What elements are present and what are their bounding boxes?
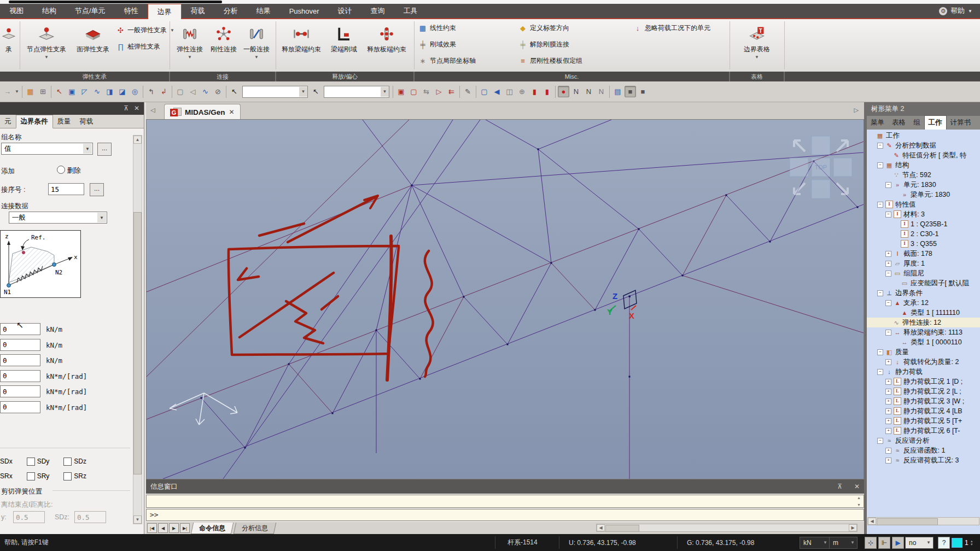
message-hscrollbar[interactable]: ◀ ▶: [596, 524, 858, 532]
panel-tab-荷载[interactable]: 荷载: [75, 115, 98, 128]
checkbox-SDx[interactable]: SDx: [0, 456, 13, 466]
tree-item[interactable]: ▦工作: [867, 131, 980, 140]
redo-icon[interactable]: →: [2, 86, 13, 97]
status-tool-2[interactable]: ▶: [892, 537, 904, 549]
redraw-icon[interactable]: ✎: [462, 86, 474, 97]
collapse-icon[interactable]: −: [885, 212, 891, 218]
perspective-icon[interactable]: ⊕: [516, 86, 528, 97]
tree-item[interactable]: I1 : Q235B-1: [867, 219, 980, 229]
menu-item-结构[interactable]: 结构: [33, 4, 66, 18]
deselect-window-icon[interactable]: ▢: [174, 86, 186, 97]
panel-scrollbar[interactable]: ▲ ▼: [133, 135, 142, 524]
tree-item[interactable]: ✎特征值分析 [ 类型, 特: [867, 150, 980, 160]
tab-close-icon[interactable]: ✕: [229, 108, 235, 116]
command-input-area[interactable]: >>: [146, 509, 864, 521]
tree-item[interactable]: −▭组阻尼: [867, 268, 980, 278]
close-icon[interactable]: ✕: [848, 483, 860, 490]
sdz-ratio-input[interactable]: 0.5: [74, 511, 106, 523]
message-nav-2[interactable]: ▶: [169, 523, 179, 533]
collapse-icon[interactable]: −: [877, 369, 883, 375]
node-number-icon[interactable]: N: [570, 86, 582, 97]
tree-item[interactable]: −✎分析控制数据: [867, 140, 980, 150]
scroll-thumb[interactable]: [605, 525, 639, 532]
checkbox-SDz[interactable]: SDz: [63, 456, 86, 466]
collapse-icon[interactable]: −: [885, 182, 891, 188]
tree-hscrollbar[interactable]: ◀: [867, 517, 979, 525]
panel-tab-边界条件[interactable]: 边界条件: [16, 115, 53, 128]
tree-item[interactable]: ▲类型 1 [ 1111110: [867, 308, 980, 318]
tree-item[interactable]: +I截面: 178: [867, 249, 980, 259]
works-tree-icon[interactable]: ⊞: [37, 86, 49, 97]
tree-tab-表格[interactable]: 表格: [888, 116, 909, 130]
tree-item[interactable]: −I材料: 3: [867, 209, 980, 219]
collapse-icon[interactable]: −: [885, 271, 891, 277]
tree-item[interactable]: −»单元: 1830: [867, 180, 980, 190]
stiffness-input-3[interactable]: 0: [0, 354, 40, 366]
expand-icon[interactable]: +: [885, 359, 891, 365]
deactivate-icon[interactable]: ▢: [408, 86, 419, 97]
tree-item[interactable]: I3 : Q355: [867, 239, 980, 249]
checkbox-SRy[interactable]: SRy: [27, 471, 50, 481]
group-name-combo[interactable]: 值 ▼: [1, 143, 93, 155]
tree-item[interactable]: +L静力荷载工况 3 [W ;: [867, 396, 980, 406]
chevron-down-icon[interactable]: ▼: [15, 89, 19, 94]
message-scrollbar[interactable]: ▲▼: [855, 496, 862, 507]
node-select-combo[interactable]: ▼: [242, 86, 308, 98]
tree-item[interactable]: −≈反应谱分析: [867, 436, 980, 446]
tree-item[interactable]: »梁单元: 1830: [867, 190, 980, 200]
message-tab-命令信息[interactable]: 命令信息: [191, 523, 234, 534]
length-unit-combo[interactable]: m▼: [829, 534, 858, 551]
ribbon-button-释放梁端约束[interactable]: 释放梁端约束: [278, 21, 325, 69]
entity-table-icon[interactable]: ▦: [25, 86, 36, 97]
activate-icon[interactable]: ▣: [395, 86, 407, 97]
scroll-thumb[interactable]: [877, 518, 938, 525]
tree-item[interactable]: ∿弹性连接: 12: [867, 318, 980, 327]
tab-scroll-right-icon[interactable]: ▷: [854, 107, 859, 114]
menu-item-工具[interactable]: 工具: [394, 4, 427, 18]
expand-icon[interactable]: +: [885, 251, 891, 257]
expand-icon[interactable]: +: [885, 428, 891, 434]
no-option-combo[interactable]: no▼: [905, 534, 934, 551]
undo-select-icon[interactable]: ↰: [145, 86, 157, 97]
tree-item[interactable]: I2 : C30-1: [867, 229, 980, 239]
collapse-icon[interactable]: −: [877, 438, 883, 444]
activate-all-icon[interactable]: ▷: [433, 86, 445, 97]
message-nav-3[interactable]: ▶|: [180, 523, 190, 533]
ribbon-cut-button[interactable]: 承: [0, 21, 18, 69]
stiffness-input-5[interactable]: 0: [0, 385, 40, 397]
tree-item[interactable]: −▦结构: [867, 160, 980, 170]
close-icon[interactable]: ✕: [134, 104, 139, 112]
scroll-right-icon[interactable]: ▶: [849, 524, 857, 531]
tree-tab-菜单[interactable]: 菜单: [867, 116, 888, 130]
tree-tab-工作[interactable]: 工作: [924, 115, 947, 130]
scroll-left-icon[interactable]: ◀: [868, 518, 876, 525]
tree-item[interactable]: ▭应变能因子[ 默认阻: [867, 278, 980, 288]
select-intersect-icon[interactable]: ∿: [91, 86, 103, 97]
tree-tab-计算书[interactable]: 计算书: [947, 116, 975, 130]
ribbon-button-一般连接[interactable]: 一般连接▼: [241, 21, 272, 69]
scroll-down-icon[interactable]: ▼: [133, 515, 142, 524]
model-lock-icon[interactable]: ■: [625, 86, 636, 97]
expand-icon[interactable]: +: [885, 458, 891, 464]
render-view-icon[interactable]: ◀: [491, 86, 503, 97]
pick-element-icon[interactable]: ↖: [310, 86, 322, 97]
dynamic-view-icon[interactable]: ▮: [529, 86, 540, 97]
panel-tab-元[interactable]: 元: [0, 115, 16, 128]
result-lock-icon[interactable]: ■: [637, 86, 649, 97]
menu-item-分析[interactable]: 分析: [214, 4, 247, 18]
tree-item[interactable]: −I特性值: [867, 200, 980, 209]
ribbon-button-面弹性支承[interactable]: 面弹性支承: [72, 21, 114, 69]
tree-item[interactable]: −↔释放梁端约束: 1113: [867, 327, 980, 337]
message-nav-0[interactable]: |◀: [147, 523, 157, 533]
message-nav-1[interactable]: ◀: [158, 523, 168, 533]
menu-item-结果[interactable]: 结果: [247, 4, 280, 18]
link-number-input[interactable]: 15: [48, 183, 84, 195]
menu-item-Pushover[interactable]: Pushover: [280, 4, 329, 18]
delete-radio[interactable]: 删除: [57, 166, 80, 175]
full-screen-icon[interactable]: ▮: [541, 86, 553, 97]
scroll-up-icon[interactable]: ▲: [133, 136, 142, 144]
ribbon-button-弹性连接[interactable]: 弹性连接▼: [174, 21, 206, 69]
select-plane-icon[interactable]: ◨: [104, 86, 115, 97]
tree-item[interactable]: −▲支承: 12: [867, 298, 980, 308]
expand-icon[interactable]: +: [885, 418, 891, 424]
